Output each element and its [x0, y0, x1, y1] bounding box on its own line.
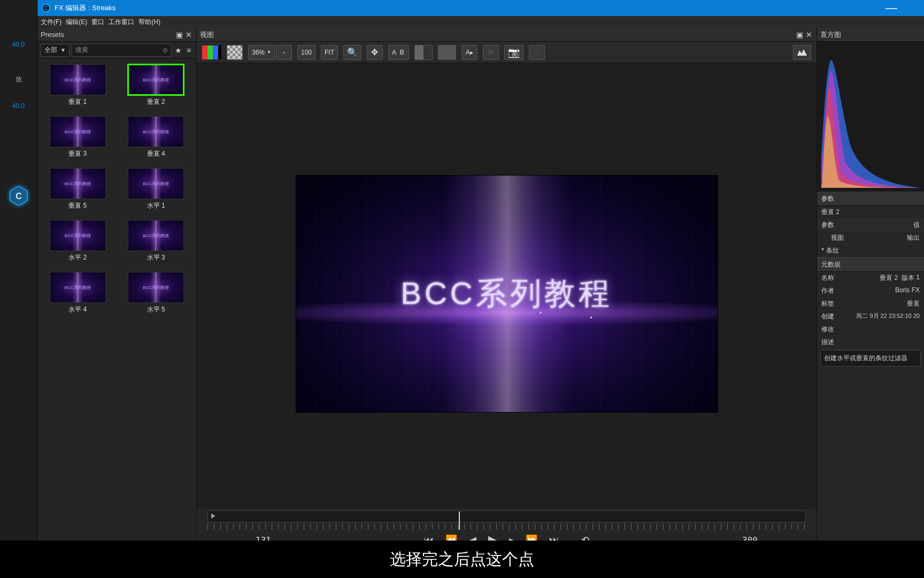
- preset-label: 垂直 5: [41, 201, 115, 210]
- preset-item[interactable]: BCC系列教程水平 3: [119, 220, 194, 262]
- preset-item[interactable]: BCC系列教程垂直 5: [41, 168, 115, 210]
- preset-label: 垂直 2: [119, 97, 194, 107]
- meta-modified: 修改: [817, 323, 924, 336]
- close-icon[interactable]: ✕: [184, 31, 193, 39]
- menu-window[interactable]: 窗口: [91, 18, 104, 27]
- preset-thumbnail[interactable]: BCC系列教程: [128, 168, 184, 199]
- menu-help[interactable]: 帮助(H): [138, 18, 160, 27]
- histogram-title: 直方图: [820, 30, 841, 40]
- chevron-down-icon: ▼: [60, 47, 66, 53]
- preset-thumbnail[interactable]: BCC系列教程: [50, 168, 106, 199]
- preset-thumbnail[interactable]: BCC系列教程: [50, 116, 106, 147]
- preset-label: 垂直 4: [119, 149, 194, 158]
- viewport-panel: 视图 ▣ ✕ 36% ▼ ▫ 100 FIT 🔍 ✥ A B A▸ ⟳: [197, 28, 817, 541]
- viewport-header: 视图 ▣ ✕: [197, 28, 817, 42]
- move-icon[interactable]: ✥: [367, 45, 383, 60]
- meta-name: 名称垂直 2 版本 1: [817, 272, 924, 285]
- preset-item[interactable]: BCC系列教程水平 4: [41, 272, 115, 314]
- rgb-channels-button[interactable]: [202, 45, 221, 59]
- leftrail-value-1: 40.0: [0, 41, 37, 48]
- meta-desc-label: 描述: [817, 336, 924, 349]
- preset-item[interactable]: BCC系列教程水平 1: [119, 168, 194, 210]
- histogram-toggle-icon[interactable]: [793, 45, 811, 60]
- popout-icon[interactable]: ▣: [175, 31, 183, 39]
- param-columns: 参数 值: [817, 219, 924, 232]
- clear-icon[interactable]: ⊘: [163, 47, 168, 54]
- subtitle-text: 选择完之后点这个点: [390, 549, 534, 571]
- zoom-fit-button[interactable]: FIT: [321, 45, 338, 60]
- right-column: 直方图 参数 垂直 2 参数 值 视图 输出 ▾ 条纹: [817, 28, 924, 541]
- camera2-icon[interactable]: ⦾: [529, 45, 545, 60]
- favorite-icon[interactable]: ★: [174, 46, 182, 55]
- preset-label: 垂直 3: [41, 149, 115, 158]
- menu-workwindow[interactable]: 工作窗口: [109, 18, 134, 27]
- preset-thumbnail[interactable]: BCC系列教程: [128, 272, 184, 303]
- minimize-button[interactable]: —: [886, 1, 897, 15]
- menu-edit[interactable]: 编辑(E): [66, 18, 87, 27]
- zoom-100-button[interactable]: 100: [297, 45, 315, 60]
- scrub-bar[interactable]: [207, 511, 806, 522]
- play-triangle-icon: [211, 513, 215, 519]
- app-logo: C: [0, 185, 37, 209]
- timeline: 131 ⏮ ⏪ ◀ ▶ ▸ ⏩ ⏭ ⟲ 300: [197, 508, 817, 541]
- split-full-button[interactable]: [438, 45, 456, 60]
- refresh-icon[interactable]: ⟳: [483, 45, 499, 60]
- meta-created: 创建周二 9月 22 23:52:10 20: [817, 310, 924, 323]
- preset-thumbnail[interactable]: BCC系列教程: [128, 116, 184, 147]
- preset-item[interactable]: BCC系列教程垂直 2: [119, 64, 194, 107]
- preset-name-row: 垂直 2: [817, 206, 924, 219]
- presets-title: Presets: [41, 31, 64, 39]
- zoom-square-button[interactable]: ▫: [276, 45, 292, 60]
- timeline-ticks[interactable]: [207, 523, 806, 530]
- presets-header: Presets ▣ ✕: [37, 28, 196, 42]
- viewport-toolbar: 36% ▼ ▫ 100 FIT 🔍 ✥ A B A▸ ⟳ ⦾: [197, 42, 817, 63]
- preset-thumbnail[interactable]: BCC系列教程: [50, 272, 106, 303]
- param-stripes-row[interactable]: ▾ 条纹: [817, 245, 924, 257]
- preset-label: 水平 4: [41, 305, 115, 314]
- preset-thumbnail[interactable]: BCC系列教程: [50, 220, 106, 251]
- titlebar: C FX 编辑器 : Streaks —: [37, 0, 924, 16]
- menu-file[interactable]: 文件(F): [41, 18, 61, 27]
- preset-item[interactable]: BCC系列教程水平 5: [119, 272, 194, 314]
- viewport-title: 视图: [200, 30, 214, 40]
- leftrail-value-2: 40.0: [0, 102, 37, 110]
- param-view-row[interactable]: 视图 输出: [817, 232, 924, 245]
- histogram-display: [817, 42, 924, 192]
- presets-grid: BCC系列教程垂直 1BCC系列教程垂直 2BCC系列教程垂直 3BCC系列教程…: [37, 59, 196, 320]
- checker-button[interactable]: [227, 45, 243, 60]
- preset-filter-dropdown[interactable]: 全部▼: [41, 44, 70, 57]
- chevron-down-icon: ▼: [267, 50, 271, 55]
- presets-panel: Presets ▣ ✕ 全部▼ 搜索 ⊘ ★ ≡ BCC系列教程垂直 1BCC系…: [37, 28, 197, 541]
- split-h-button[interactable]: [414, 45, 433, 60]
- leftrail-text-1: 放: [0, 75, 37, 84]
- preset-item[interactable]: BCC系列教程垂直 4: [119, 116, 194, 158]
- meta-tags: 标签垂直: [817, 298, 924, 310]
- preset-thumbnail[interactable]: BCC系列教程: [128, 64, 184, 95]
- zoom-dropdown[interactable]: 36% ▼: [248, 45, 275, 60]
- close-icon[interactable]: ✕: [805, 31, 813, 39]
- playhead-marker[interactable]: [459, 512, 460, 530]
- popout-icon[interactable]: ▣: [795, 31, 804, 39]
- preset-item[interactable]: BCC系列教程垂直 1: [41, 64, 115, 107]
- preset-thumbnail[interactable]: BCC系列教程: [50, 64, 106, 95]
- preset-item[interactable]: BCC系列教程垂直 3: [41, 116, 115, 158]
- preview-canvas[interactable]: BCC系列教程: [296, 175, 718, 413]
- ab-compare-button[interactable]: A B: [388, 45, 409, 60]
- meta-author: 作者Boris FX: [817, 285, 924, 298]
- preset-search-input[interactable]: 搜索 ⊘: [72, 44, 172, 57]
- menu-icon[interactable]: ≡: [184, 46, 193, 55]
- menubar: 文件(F) 编辑(E) 窗口 工作窗口 帮助(H): [37, 16, 924, 28]
- left-rail: 40.0 放 40.0 C: [0, 0, 37, 541]
- search-icon[interactable]: 🔍: [343, 45, 361, 60]
- a-button[interactable]: A▸: [461, 45, 478, 60]
- preset-label: 水平 5: [119, 305, 194, 314]
- preset-item[interactable]: BCC系列教程水平 2: [41, 220, 115, 262]
- chevron-down-icon[interactable]: ▾: [821, 246, 824, 255]
- metadata-title: 元数据: [817, 257, 924, 272]
- window-title: FX 编辑器 : Streaks: [55, 3, 116, 13]
- preset-thumbnail[interactable]: BCC系列教程: [128, 220, 184, 251]
- canvas-area: BCC系列教程: [197, 63, 817, 508]
- preset-label: 水平 1: [119, 201, 194, 210]
- svg-text:C: C: [16, 192, 22, 201]
- snapshot-icon[interactable]: [504, 45, 523, 60]
